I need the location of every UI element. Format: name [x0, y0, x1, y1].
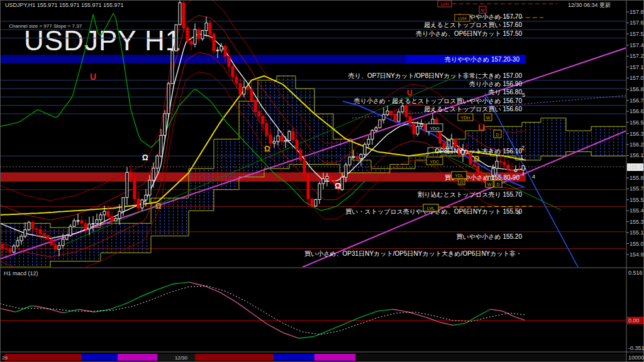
marker-box-label: D	[496, 182, 499, 187]
macd-line-segment	[309, 337, 313, 337]
session-segment	[355, 354, 626, 361]
trade-marker-glyph: Ω	[335, 181, 341, 190]
symbol-ohlc-readout: USDJPY,H1 155.971 155.971 155.971 155.97…	[5, 2, 124, 8]
strip-date-mid: 12/30	[175, 355, 188, 361]
price-axis-label: 156.500	[630, 119, 644, 126]
session-segment	[314, 354, 355, 361]
session-segment	[195, 354, 274, 361]
price-axis-label: 155.450	[630, 207, 644, 214]
price-axis-label: 155.320	[630, 219, 644, 225]
trade-marker-glyph: Ω	[474, 155, 480, 163]
price-axis-label: 154.930	[630, 251, 644, 258]
price-axis-label: 157.025	[630, 75, 644, 81]
macd-axis-extra: 100000	[628, 354, 644, 361]
price-axis-label: 155.840	[630, 175, 644, 181]
strip-date-left: 29	[2, 355, 8, 361]
trade-marker-glyph: U	[478, 122, 485, 133]
marker-box-label: W	[486, 116, 491, 120]
marker-box-label: W	[487, 182, 492, 187]
macd-line-segment	[392, 309, 396, 310]
channel-line-number: 4	[532, 173, 535, 180]
level-annotation: 売り小さめ、OP6日NYカット 157.50	[416, 30, 522, 37]
channel-line-number: 1	[520, 154, 523, 160]
marker-box-label: LVH	[440, 2, 448, 6]
macd-line-segment	[377, 310, 381, 311]
current-price-tag: 155.971	[628, 164, 644, 170]
marker-box-label: M	[481, 8, 485, 13]
macd-line-segment	[60, 312, 64, 313]
price-axis-label: 157.680	[630, 19, 644, 26]
price-axis-label: 157.415	[630, 42, 644, 48]
macd-axis-top: 0.516	[628, 270, 643, 276]
level-annotation: 売り、OP7日NYカット/OP8日NYカット非常に大きめ 157.00	[348, 72, 523, 79]
macd-axis-bottom: -0.351	[628, 345, 644, 351]
marker-box-label: 買	[460, 180, 464, 185]
macd-line-segment	[491, 309, 494, 310]
price-axis-label: 155.710	[630, 185, 644, 192]
macd-line-segment	[385, 310, 389, 310]
marker-box-label: YDO	[430, 126, 440, 131]
level-annotation: OP8日NYカット大きめ 156.10	[435, 148, 523, 155]
level-annotation: 売り小さめ・超えるとストップロス買いやや小さめ 156.70	[354, 97, 523, 104]
level-annotation: 売り小さめ 156.90	[469, 80, 523, 87]
macd-line-segment	[177, 283, 181, 283]
session-segment	[118, 354, 157, 361]
marker-box-label: YDL	[455, 173, 464, 178]
last-update-timestamp: 12/30 06:34 更新	[568, 2, 611, 8]
level-annotation: 超えるとストップロス買い 156.60	[424, 106, 522, 112]
channel-info-label: Channel size = 977 Slope = 7.37	[9, 23, 82, 29]
trade-marker-glyph: U	[90, 72, 96, 82]
trade-marker-glyph: Ω	[264, 145, 270, 153]
macd-line-segment	[498, 310, 502, 311]
macd-current-tag: 0.00	[628, 317, 640, 324]
macd-line-segment	[453, 325, 457, 326]
channel-line-number: 2	[521, 145, 525, 151]
trade-marker-glyph: Ω	[142, 153, 148, 162]
price-axis: 157.810157.680157.550157.415157.285157.1…	[626, 9, 644, 258]
price-axis-label: 156.365	[630, 131, 644, 137]
macd-line-segment	[381, 310, 385, 311]
price-axis-label: 157.155	[630, 64, 644, 70]
macd-line-segment	[174, 283, 177, 284]
channel-line-number: 5	[522, 92, 525, 98]
macd-line-segment	[302, 337, 306, 338]
marker-box-label: LVH	[458, 16, 466, 21]
price-axis-label: 155.580	[630, 197, 644, 203]
macd-line-segment	[181, 283, 185, 283]
trade-marker-glyph: U	[407, 89, 413, 97]
level-annotation: 売り 156.80	[488, 89, 522, 96]
price-axis-label: 156.105	[630, 152, 644, 158]
macd-line-segment	[306, 337, 309, 337]
level-annotation: 超えるとストップロス買い 157.60	[424, 21, 522, 28]
mt4-chart-window: USDJPY H1 売りやや小さめ 157.20-30買いやや小さめ 155.8…	[0, 0, 644, 362]
price-axis-label: 156.235	[630, 141, 644, 148]
price-axis-label: 156.890	[630, 86, 644, 92]
marker-box-label: D	[496, 133, 499, 137]
price-axis-label: 155.060	[630, 241, 644, 247]
macd-line-segment	[75, 309, 79, 310]
price-axis-label: 157.810	[630, 9, 644, 15]
session-segment	[274, 354, 314, 361]
price-axis-label: 155.190	[630, 229, 644, 236]
level-annotation: 買い小さめ、OP31日NYカット/OP5日NYカット大きめ/OP6日NYカット非…	[304, 250, 522, 257]
price-axis-label: 156.760	[630, 97, 644, 104]
band-label: 売りやや小さめ 157.20-30	[445, 56, 519, 63]
marker-box-label: YDH	[461, 116, 470, 120]
level-annotation: 買いやや小さめ 155.20	[456, 233, 522, 240]
chart-canvas[interactable]: USDJPY H1 売りやや小さめ 157.20-30買いやや小さめ 155.8…	[0, 0, 644, 362]
price-axis-label: 156.630	[630, 108, 644, 114]
macd-line-segment	[460, 324, 464, 324]
macd-line-segment	[457, 324, 460, 325]
macd-line-segment	[185, 282, 189, 283]
macd-indicator-label: H1 macd (12)	[4, 270, 38, 277]
session-segment	[4, 354, 82, 361]
price-axis-label: 157.285	[630, 53, 644, 59]
session-strip	[0, 354, 626, 361]
marker-box-label: LVL	[427, 206, 435, 211]
channel-line-number: 3	[517, 209, 520, 216]
session-segment	[82, 354, 118, 361]
trade-marker-glyph: Ω	[155, 202, 162, 211]
marker-box-label: YDC	[430, 160, 440, 164]
macd-line-segment	[494, 310, 498, 310]
macd-line-segment	[389, 309, 392, 310]
